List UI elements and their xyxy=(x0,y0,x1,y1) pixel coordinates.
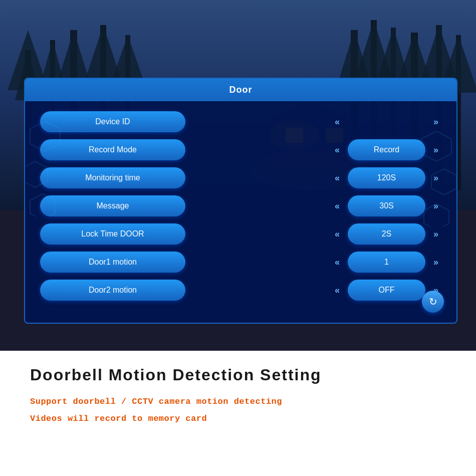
door2-motion-prev[interactable]: « xyxy=(332,283,343,298)
row-device-id: Device ID « » xyxy=(40,111,441,132)
svg-marker-32 xyxy=(30,194,55,216)
svg-marker-34 xyxy=(431,169,456,195)
svg-marker-35 xyxy=(424,204,449,226)
door1-motion-next[interactable]: » xyxy=(430,255,441,270)
door1-motion-value[interactable]: 1 xyxy=(348,252,425,273)
refresh-icon: ↻ xyxy=(429,296,437,308)
lock-time-door-nav: « 2S » xyxy=(332,223,441,245)
svg-marker-33 xyxy=(421,131,451,161)
door2-motion-value[interactable]: OFF xyxy=(348,280,425,301)
row-monitoring-time: Monitoring time « 120S » xyxy=(40,167,441,188)
sub-line-2: Videos will record to memory card xyxy=(30,410,446,427)
lock-time-door-label[interactable]: Lock Time DOOR xyxy=(40,223,185,245)
door1-motion-nav: « 1 » xyxy=(332,252,441,273)
row-door1-motion: Door1 motion « 1 » xyxy=(40,252,441,273)
device-id-prev[interactable]: « xyxy=(332,115,343,129)
message-value[interactable]: 30S xyxy=(348,195,425,216)
svg-marker-30 xyxy=(30,121,60,151)
row-record-mode: Record Mode « Record » xyxy=(40,139,441,160)
settings-panel: Door Device ID « » Reco xyxy=(24,78,457,324)
lock-time-door-prev[interactable]: « xyxy=(332,227,343,242)
refresh-button[interactable]: ↻ xyxy=(422,291,444,313)
panel-title: Door xyxy=(229,85,253,95)
monitoring-time-prev[interactable]: « xyxy=(332,171,343,185)
door2-motion-label[interactable]: Door2 motion xyxy=(40,280,185,301)
door1-motion-label[interactable]: Door1 motion xyxy=(40,252,185,273)
row-message: Message « 30S » xyxy=(40,195,441,216)
lock-time-door-value[interactable]: 2S xyxy=(348,223,425,245)
monitoring-time-value[interactable]: 120S xyxy=(348,167,425,188)
door1-motion-prev[interactable]: « xyxy=(332,255,343,270)
bottom-section: Doorbell Motion Detection Setting Suppor… xyxy=(0,351,476,476)
record-mode-value[interactable]: Record xyxy=(348,139,425,160)
row-lock-time-door: Lock Time DOOR « 2S » xyxy=(40,223,441,245)
sub-line-1: Support doorbell / CCTV camera motion de… xyxy=(30,393,446,410)
message-prev[interactable]: « xyxy=(332,199,343,213)
sub-text: Support doorbell / CCTV camera motion de… xyxy=(30,393,446,427)
record-mode-prev[interactable]: « xyxy=(332,143,343,157)
svg-marker-31 xyxy=(25,161,48,187)
main-title: Doorbell Motion Detection Setting xyxy=(30,366,446,384)
row-door2-motion: Door2 motion « OFF » xyxy=(40,280,441,301)
lock-time-door-next[interactable]: » xyxy=(430,227,441,242)
panel-header: Door xyxy=(25,79,456,101)
panel-body: Device ID « » Record Mode « Record » xyxy=(25,101,456,323)
